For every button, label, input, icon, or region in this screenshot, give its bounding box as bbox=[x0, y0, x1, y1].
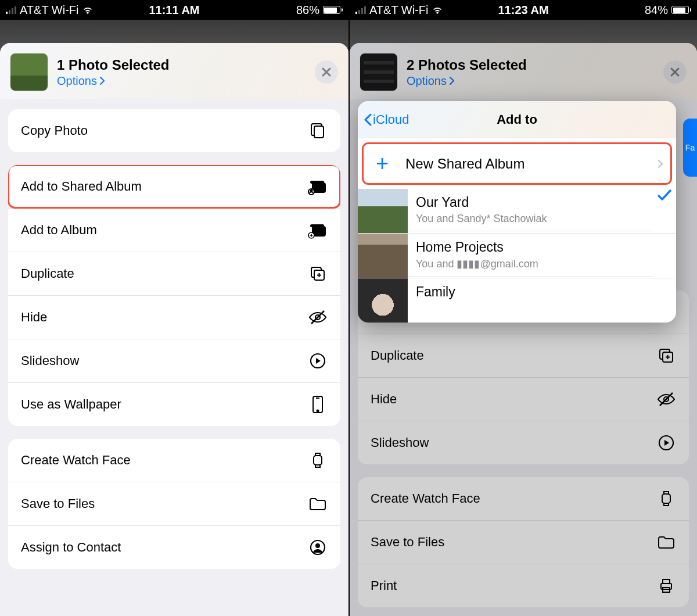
folder-icon bbox=[656, 532, 676, 552]
chevron-right-icon bbox=[658, 159, 663, 169]
person-circle-icon bbox=[308, 538, 328, 557]
album-row-our-yard[interactable]: Our Yard You and Sandy* Stachowiak bbox=[358, 189, 676, 233]
slideshow-row[interactable]: Slideshow bbox=[8, 339, 340, 382]
svg-point-12 bbox=[317, 410, 319, 412]
share-sheet-title: 1 Photo Selected bbox=[57, 57, 306, 73]
duplicate-icon bbox=[308, 264, 328, 284]
back-label: iCloud bbox=[373, 112, 409, 127]
album-row-home-projects[interactable]: Home Projects You and ▮▮▮▮@gmail.com bbox=[358, 233, 676, 278]
print-icon bbox=[656, 576, 676, 596]
save-to-files-row[interactable]: Save to Files bbox=[358, 520, 689, 564]
shared-album-icon bbox=[308, 177, 328, 196]
share-sheet-header: 1 Photo Selected Options bbox=[0, 43, 348, 99]
play-circle-icon bbox=[656, 433, 676, 453]
watch-icon bbox=[656, 489, 676, 508]
album-thumbnail bbox=[358, 234, 408, 278]
folder-icon bbox=[308, 494, 328, 514]
clock: 11:23 AM bbox=[468, 3, 580, 17]
share-sheet-title: 2 Photos Selected bbox=[407, 57, 654, 73]
options-link[interactable]: Options bbox=[407, 74, 654, 88]
popup-header: iCloud Add to bbox=[358, 101, 676, 138]
wifi-icon bbox=[82, 4, 94, 16]
row-label: Add to Album bbox=[21, 223, 97, 238]
clock: 11:11 AM bbox=[118, 3, 230, 17]
options-link[interactable]: Options bbox=[57, 74, 306, 88]
action-group-2: Add to Shared Album Add t bbox=[8, 165, 340, 426]
action-group-3-dimmed: Create Watch Face Save to Files bbox=[358, 477, 689, 607]
duplicate-icon bbox=[656, 346, 676, 366]
add-to-album-row[interactable]: Add to Album bbox=[8, 208, 340, 252]
battery-percent: 84% bbox=[645, 3, 668, 17]
duplicate-row[interactable]: Duplicate bbox=[358, 334, 689, 377]
row-label: Create Watch Face bbox=[21, 453, 131, 468]
chevron-right-icon bbox=[449, 77, 455, 85]
carrier-label: AT&T Wi-Fi bbox=[369, 3, 428, 17]
row-label: Slideshow bbox=[21, 353, 79, 368]
album-name: Family bbox=[416, 284, 645, 300]
row-label: Duplicate bbox=[371, 348, 424, 363]
close-button[interactable] bbox=[663, 60, 687, 84]
hide-row[interactable]: Hide bbox=[8, 295, 340, 339]
cell-signal-icon bbox=[355, 6, 366, 14]
row-label: Print bbox=[371, 578, 397, 593]
phone-icon bbox=[308, 395, 328, 414]
album-name: Home Projects bbox=[416, 239, 645, 255]
album-row-family[interactable]: Family bbox=[358, 278, 676, 323]
album-thumbnail bbox=[358, 189, 408, 233]
slideshow-row[interactable]: Slideshow bbox=[358, 421, 689, 464]
plus-icon: + bbox=[371, 151, 394, 176]
row-label: Copy Photo bbox=[21, 123, 88, 138]
row-label: Use as Wallpaper bbox=[21, 397, 121, 412]
status-bar: AT&T Wi-Fi 11:11 AM 86% bbox=[0, 0, 348, 20]
row-label: Hide bbox=[371, 392, 397, 407]
selected-photo-thumbnail bbox=[10, 53, 48, 91]
duplicate-row[interactable]: Duplicate bbox=[8, 252, 340, 295]
checkmark-icon bbox=[653, 189, 676, 202]
svg-rect-13 bbox=[314, 456, 322, 465]
svg-rect-24 bbox=[663, 579, 670, 583]
use-as-wallpaper-row[interactable]: Use as Wallpaper bbox=[8, 382, 340, 426]
save-to-files-row[interactable]: Save to Files bbox=[8, 482, 340, 525]
copy-photo-row[interactable]: Copy Photo bbox=[8, 109, 340, 152]
options-label: Options bbox=[57, 74, 97, 88]
svg-rect-0 bbox=[314, 126, 324, 138]
album-subtitle: You and Sandy* Stachowiak bbox=[416, 213, 645, 225]
options-label: Options bbox=[407, 74, 447, 88]
popup-back-button[interactable]: iCloud bbox=[364, 101, 409, 138]
row-label: Save to Files bbox=[21, 496, 95, 511]
cell-signal-icon bbox=[6, 6, 16, 14]
album-subtitle: You and ▮▮▮▮@gmail.com bbox=[416, 257, 645, 270]
svg-rect-6 bbox=[311, 225, 324, 227]
row-label: Save to Files bbox=[371, 535, 444, 550]
assign-to-contact-row[interactable]: Assign to Contact bbox=[8, 525, 340, 569]
share-sheet: 1 Photo Selected Options Copy P bbox=[0, 43, 348, 616]
row-label: Assign to Contact bbox=[21, 540, 121, 555]
row-label: Hide bbox=[21, 310, 47, 325]
copy-icon bbox=[308, 121, 328, 141]
battery-icon bbox=[671, 6, 691, 14]
chevron-right-icon bbox=[99, 77, 105, 85]
wifi-icon bbox=[432, 4, 443, 16]
svg-point-15 bbox=[315, 543, 320, 548]
album-list: Our Yard You and Sandy* Stachowiak Home … bbox=[358, 189, 676, 323]
create-watch-face-row[interactable]: Create Watch Face bbox=[358, 477, 689, 520]
watch-icon bbox=[308, 450, 328, 470]
add-to-popup: iCloud Add to + New Shared Album Our Yar… bbox=[358, 101, 676, 323]
print-row[interactable]: Print bbox=[358, 564, 689, 607]
eye-slash-icon bbox=[308, 307, 328, 327]
row-label: Create Watch Face bbox=[371, 491, 480, 506]
share-sheet-header: 2 Photos Selected Options bbox=[350, 43, 697, 99]
phone-left: AT&T Wi-Fi 11:11 AM 86% 1 Photo Selected… bbox=[0, 0, 348, 616]
new-shared-album-row[interactable]: + New Shared Album bbox=[360, 141, 674, 187]
album-name: Our Yard bbox=[416, 195, 645, 210]
close-button[interactable] bbox=[315, 60, 338, 84]
peek-label: Fa bbox=[685, 143, 695, 152]
row-label: Duplicate bbox=[21, 266, 74, 281]
action-group-1: Copy Photo bbox=[8, 109, 340, 152]
album-thumbnail bbox=[358, 278, 408, 323]
selected-photo-thumbnail bbox=[360, 53, 397, 91]
hide-row[interactable]: Hide bbox=[358, 377, 689, 421]
create-watch-face-row[interactable]: Create Watch Face bbox=[8, 439, 340, 482]
share-target-peek[interactable]: Fa bbox=[683, 119, 697, 177]
add-to-shared-album-row[interactable]: Add to Shared Album bbox=[8, 165, 340, 208]
